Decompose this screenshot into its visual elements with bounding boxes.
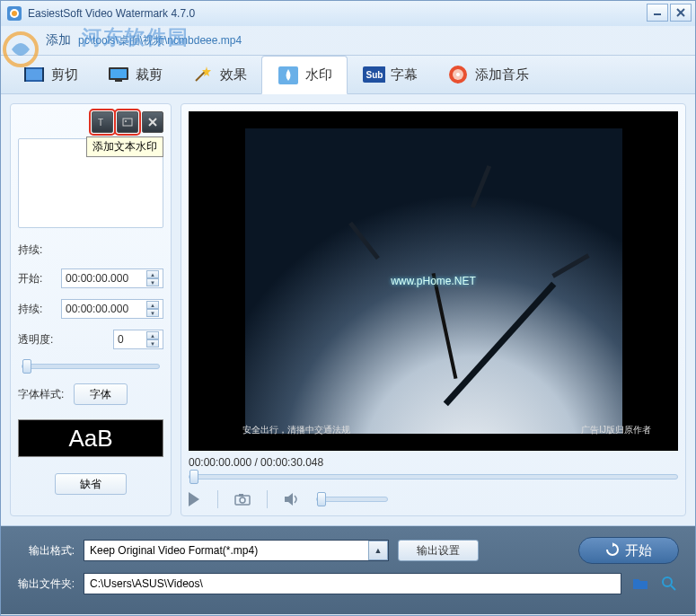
app-icon [6, 5, 22, 22]
overlay-site-watermark: 河东软件园 [82, 24, 189, 51]
format-select[interactable]: Keep Original Video Format(*.mp4) ▲ [84, 540, 389, 561]
start-label: 开始 [625, 542, 652, 559]
opacity-slider[interactable] [22, 364, 160, 369]
video-caption-right: 广告IJ版归原作者 [581, 424, 651, 436]
tooltip: 添加文本水印 [86, 136, 163, 157]
tab-label: 字幕 [391, 66, 418, 84]
video-view[interactable]: www.pHome.NET 安全出行，清播中交通法规 广告IJ版归原作者 [189, 111, 678, 451]
svg-rect-10 [42, 67, 44, 82]
svg-rect-9 [24, 67, 26, 82]
folder-label: 输出文件夹: [17, 576, 75, 592]
volume-button[interactable] [284, 492, 300, 506]
duration-time-input[interactable]: 00:00:00.000 ▲▼ [61, 299, 163, 319]
output-settings-button[interactable]: 输出设置 [398, 540, 479, 561]
tab-label: 效果 [220, 66, 247, 84]
svg-rect-13 [115, 80, 122, 82]
svg-text:T: T [98, 118, 103, 128]
time-current: 00:00:00.000 [189, 456, 251, 469]
opacity-value: 0 [118, 333, 124, 346]
subtitle-icon: Sub [362, 65, 385, 84]
spinner-down-button[interactable]: ▼ [146, 278, 159, 286]
svg-rect-8 [26, 69, 42, 80]
svg-point-19 [456, 73, 460, 76]
spinner-down-button[interactable]: ▼ [146, 309, 159, 317]
start-time-value: 00:00:00.000 [66, 272, 128, 285]
tab-label: 裁剪 [136, 66, 163, 84]
video-center-watermark: www.pHome.NET [391, 275, 476, 287]
chevron-up-icon[interactable]: ▲ [368, 541, 388, 560]
output-folder-input[interactable]: C:\Users\ASUS\Videos\ [84, 573, 621, 594]
play-button[interactable] [189, 492, 201, 506]
folder-value: C:\Users\ASUS\Videos\ [90, 577, 203, 590]
film-icon [22, 65, 46, 84]
svg-line-29 [671, 585, 675, 590]
default-button[interactable]: 缺省 [55, 473, 127, 495]
duration2-label: 持续: [18, 302, 56, 317]
divider [217, 490, 218, 508]
font-button[interactable]: 字体 [74, 383, 128, 405]
tab-label: 水印 [305, 66, 332, 84]
tab-effect[interactable]: 效果 [177, 56, 261, 93]
volume-thumb[interactable] [317, 492, 326, 506]
tab-label: 剪切 [51, 66, 78, 84]
video-caption-left: 安全出行，清播中交通法规 [242, 424, 350, 436]
spinner-up-button[interactable]: ▲ [146, 331, 159, 339]
tab-label: 添加音乐 [475, 66, 529, 84]
svg-rect-21 [123, 119, 132, 126]
disc-icon [446, 65, 470, 84]
opacity-label: 透明度: [18, 332, 56, 348]
spinner-up-button[interactable]: ▲ [146, 270, 159, 278]
svg-point-22 [125, 120, 127, 122]
minimize-button[interactable] [647, 4, 668, 22]
tabbar: 剪切 裁剪 效果 水印 Sub 字幕 添加音乐 [1, 55, 695, 94]
folder-icon[interactable] [630, 574, 650, 594]
tab-crop[interactable]: 裁剪 [93, 56, 177, 93]
seek-thumb[interactable] [189, 470, 198, 484]
font-preview: AaB [18, 419, 163, 457]
start-label: 开始: [18, 271, 56, 286]
wand-icon [191, 65, 215, 84]
droplet-icon [277, 66, 300, 85]
spinner-up-button[interactable]: ▲ [146, 301, 159, 309]
opacity-input[interactable]: 0 ▲▼ [113, 330, 163, 349]
format-label: 输出格式: [17, 543, 75, 559]
search-icon[interactable] [659, 574, 679, 594]
time-display: 00:00:00.000 / 00:00:30.048 [189, 456, 678, 469]
window-title: EasiestSoft Video Watermark 4.7.0 [28, 7, 195, 20]
seek-slider[interactable] [189, 474, 678, 480]
tab-music[interactable]: 添加音乐 [432, 56, 543, 93]
svg-rect-27 [239, 494, 243, 497]
add-label: 添加 [46, 32, 71, 48]
duration1-label: 持续: [18, 242, 56, 258]
svg-rect-12 [110, 69, 127, 78]
right-panel: www.pHome.NET 安全出行，清播中交通法规 广告IJ版归原作者 00:… [181, 103, 686, 516]
volume-slider[interactable] [316, 497, 388, 502]
refresh-icon [605, 542, 620, 559]
add-image-watermark-button[interactable] [117, 111, 138, 133]
tab-watermark[interactable]: 水印 [261, 56, 348, 94]
duration-time-value: 00:00:00.000 [66, 303, 128, 315]
svg-text:Sub: Sub [366, 70, 383, 80]
format-value: Keep Original Video Format(*.mp4) [90, 544, 258, 557]
subheader: 添加 pc\tools\桌面\视频\ncmbdeee.mp4 河东软件园 [1, 26, 695, 55]
bottom-panel: 输出格式: Keep Original Video Format(*.mp4) … [1, 525, 695, 614]
divider [267, 490, 268, 508]
svg-point-2 [12, 11, 17, 16]
start-button[interactable]: 开始 [578, 537, 679, 564]
spinner-down-button[interactable]: ▼ [146, 339, 159, 348]
titlebar: EasiestSoft Video Watermark 4.7.0 [1, 1, 695, 26]
left-panel: T 添加文本水印 持续: 开始: 00:00:00.000 ▲▼ 持续: 00:… [10, 103, 172, 516]
svg-point-26 [240, 497, 245, 503]
snapshot-button[interactable] [234, 493, 251, 506]
add-text-watermark-button[interactable]: T [92, 111, 113, 133]
tab-subtitle[interactable]: Sub 字幕 [348, 56, 432, 93]
close-button[interactable] [670, 4, 692, 22]
fontstyle-label: 字体样式: [18, 387, 68, 402]
svg-point-28 [663, 577, 672, 586]
time-total: 00:00:30.048 [260, 456, 323, 469]
delete-watermark-button[interactable] [142, 111, 163, 133]
start-time-input[interactable]: 00:00:00.000 ▲▼ [61, 268, 163, 288]
slider-thumb[interactable] [22, 359, 31, 374]
monitor-icon [107, 65, 130, 84]
tab-cut[interactable]: 剪切 [8, 56, 93, 93]
